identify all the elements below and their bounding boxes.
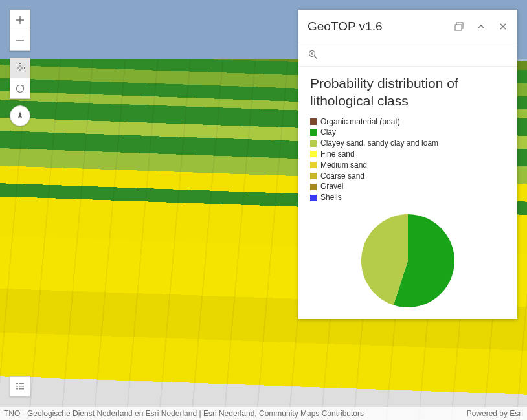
legend-label: Gravel [320,181,343,192]
legend-swatch [310,140,317,147]
svg-rect-3 [16,386,18,387]
legend-row: Medium sand [310,160,506,171]
legend-row: Coarse sand [310,171,506,182]
panel-actions [454,21,508,32]
legend-label: Fine sand [320,149,355,160]
legend-row: Fine sand [310,149,506,160]
attribution-right[interactable]: Powered by Esri [467,409,523,418]
dock-icon[interactable] [454,21,464,32]
legend-label: Coarse sand [320,171,364,182]
legend-label: Organic material (peat) [320,116,400,127]
zoom-stack [10,10,30,51]
rotate-button[interactable] [10,78,30,99]
legend-swatch [310,184,317,190]
chart-legend: Organic material (peat)ClayClayey sand, … [310,116,506,203]
legend-label: Clay [320,127,336,138]
legend-swatch [310,129,317,136]
panel-header: GeoTOP v1.6 [298,10,517,43]
legend-swatch [310,151,317,157]
zoom-to-icon[interactable] [308,50,318,60]
svg-rect-2 [19,383,24,384]
svg-rect-1 [16,383,18,384]
svg-rect-8 [455,25,462,30]
compass-button[interactable] [10,105,30,126]
svg-rect-5 [16,388,18,390]
panel-body[interactable]: Probability distribution of lithological… [298,67,517,319]
attribution-bar: TNO - Geologische Dienst Nederland en Es… [0,407,527,420]
svg-point-0 [17,85,24,92]
legend-label: Medium sand [320,160,367,171]
collapse-icon[interactable] [476,21,486,32]
close-icon[interactable] [498,21,508,32]
attribution-left: TNO - Geologische Dienst Nederland en Es… [4,409,364,418]
legend-row: Shells [310,192,506,203]
pie-chart [310,212,506,309]
legend-label: Shells [320,192,342,203]
view-stack [10,58,30,99]
svg-rect-4 [19,386,24,387]
legend-swatch [310,162,317,168]
map-3d-view[interactable]: GeoTOP v1.6 Probability distribution of … [0,0,527,420]
legend-row: Clay [310,127,506,138]
svg-rect-6 [19,388,24,390]
panel-toolbar [298,43,517,67]
nav-toolbar [10,10,30,131]
zoom-out-button[interactable] [10,30,30,51]
legend-swatch [310,173,317,179]
legend-toggle-button[interactable] [10,376,30,397]
legend-row: Gravel [310,181,506,192]
pan-button[interactable] [10,58,30,78]
legend-label: Clayey sand, sandy clay and loam [320,138,438,149]
legend-row: Organic material (peat) [310,116,506,127]
chart-title: Probability distribution of lithological… [310,74,506,110]
legend-swatch [310,118,317,125]
legend-swatch [310,195,317,201]
zoom-in-button[interactable] [10,10,30,30]
panel-title: GeoTOP v1.6 [308,19,454,34]
legend-row: Clayey sand, sandy clay and loam [310,138,506,149]
popup-panel: GeoTOP v1.6 Probability distribution of … [298,10,517,319]
